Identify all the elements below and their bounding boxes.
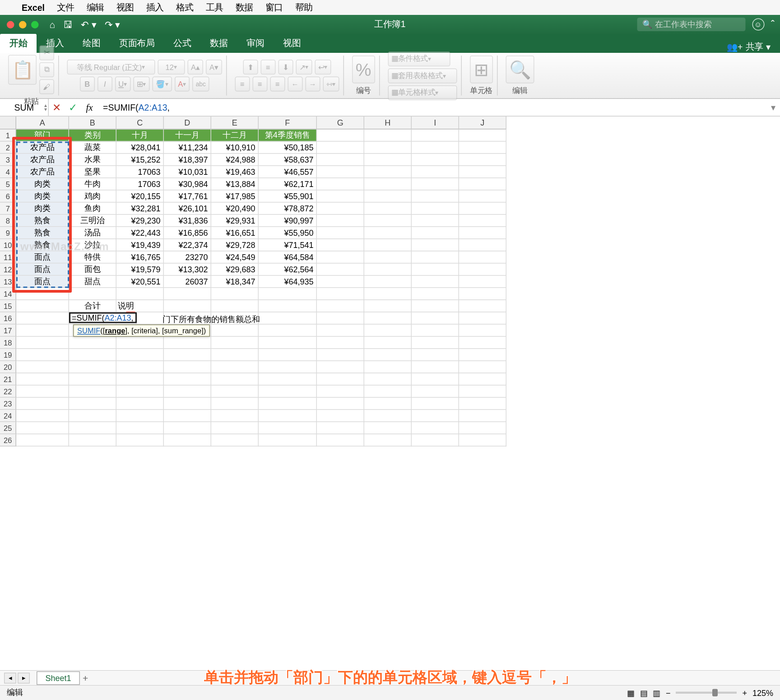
cell[interactable] bbox=[211, 386, 259, 398]
cell[interactable] bbox=[259, 325, 317, 337]
row-header[interactable]: 26 bbox=[0, 434, 16, 447]
cell[interactable] bbox=[164, 434, 211, 447]
cell[interactable] bbox=[317, 337, 364, 349]
cell[interactable] bbox=[259, 373, 317, 386]
col-header[interactable]: F bbox=[259, 117, 317, 130]
cell[interactable]: ¥62,564 bbox=[259, 264, 317, 276]
row-header[interactable]: 17 bbox=[0, 325, 16, 337]
col-header[interactable]: G bbox=[317, 117, 364, 130]
cell[interactable] bbox=[459, 398, 506, 410]
col-header[interactable]: D bbox=[164, 117, 211, 130]
cell[interactable]: ¥15,252 bbox=[116, 154, 164, 166]
cell[interactable] bbox=[317, 398, 364, 410]
cell[interactable] bbox=[412, 313, 459, 325]
view-normal-icon[interactable]: ▦ bbox=[627, 688, 635, 697]
cell[interactable] bbox=[364, 252, 412, 264]
cell[interactable] bbox=[211, 300, 259, 313]
cell[interactable] bbox=[259, 337, 317, 349]
cell[interactable] bbox=[364, 422, 412, 434]
cell[interactable] bbox=[69, 349, 116, 361]
cell[interactable]: 面点 bbox=[16, 264, 69, 276]
save-icon[interactable]: 🖫 bbox=[63, 19, 73, 30]
cell[interactable] bbox=[364, 300, 412, 313]
cell[interactable] bbox=[459, 203, 506, 215]
cell[interactable] bbox=[317, 264, 364, 276]
cell[interactable] bbox=[412, 178, 459, 191]
cell[interactable] bbox=[317, 313, 364, 325]
cell[interactable] bbox=[364, 361, 412, 373]
cell[interactable] bbox=[164, 373, 211, 386]
cell[interactable] bbox=[459, 349, 506, 361]
cell[interactable]: 26037 bbox=[164, 276, 211, 288]
cell[interactable] bbox=[412, 288, 459, 300]
cell[interactable]: ¥55,950 bbox=[259, 227, 317, 239]
cell[interactable]: 坚果 bbox=[69, 166, 116, 178]
cell[interactable] bbox=[459, 313, 506, 325]
cell[interactable] bbox=[459, 276, 506, 288]
row-header[interactable]: 4 bbox=[0, 166, 16, 178]
cell[interactable]: ¥16,765 bbox=[116, 252, 164, 264]
menu-format[interactable]: 格式 bbox=[176, 1, 194, 14]
cell[interactable] bbox=[459, 373, 506, 386]
cell[interactable]: 部门 bbox=[16, 130, 69, 142]
cell[interactable] bbox=[69, 386, 116, 398]
menu-window[interactable]: 窗口 bbox=[265, 1, 283, 14]
row-header[interactable]: 12 bbox=[0, 264, 16, 276]
fill-color-button[interactable]: 🪣 bbox=[152, 77, 172, 92]
cell[interactable] bbox=[259, 398, 317, 410]
cell[interactable]: 特供 bbox=[69, 252, 116, 264]
cell[interactable] bbox=[259, 386, 317, 398]
cell[interactable] bbox=[459, 422, 506, 434]
cell[interactable] bbox=[116, 349, 164, 361]
cell[interactable] bbox=[459, 252, 506, 264]
cell[interactable] bbox=[459, 215, 506, 227]
cell[interactable] bbox=[364, 215, 412, 227]
align-left-button[interactable]: ≡ bbox=[235, 77, 250, 92]
bold-button[interactable]: B bbox=[80, 77, 95, 92]
cell[interactable] bbox=[364, 166, 412, 178]
tab-view[interactable]: 视图 bbox=[274, 34, 310, 53]
cell[interactable] bbox=[211, 422, 259, 434]
ribbon-toggle-icon[interactable]: ˆ bbox=[771, 19, 775, 31]
cell[interactable]: ¥62,171 bbox=[259, 178, 317, 191]
cell[interactable] bbox=[16, 325, 69, 337]
cell[interactable]: ¥29,230 bbox=[116, 215, 164, 227]
cell[interactable]: ¥10,910 bbox=[211, 142, 259, 154]
cell[interactable] bbox=[116, 337, 164, 349]
cell[interactable] bbox=[412, 264, 459, 276]
cell[interactable]: 17063 bbox=[116, 178, 164, 191]
cell[interactable] bbox=[459, 434, 506, 447]
cell[interactable] bbox=[412, 276, 459, 288]
cell[interactable] bbox=[412, 410, 459, 422]
row-header[interactable]: 6 bbox=[0, 191, 16, 203]
cell[interactable] bbox=[211, 288, 259, 300]
cell[interactable] bbox=[69, 288, 116, 300]
cell[interactable] bbox=[412, 349, 459, 361]
cell[interactable]: 面点 bbox=[16, 276, 69, 288]
cell[interactable] bbox=[164, 337, 211, 349]
cell[interactable]: ¥17,985 bbox=[211, 191, 259, 203]
cell[interactable] bbox=[412, 434, 459, 447]
cell[interactable] bbox=[364, 337, 412, 349]
cell[interactable] bbox=[364, 410, 412, 422]
indent-increase-button[interactable]: → bbox=[305, 77, 320, 92]
cell[interactable] bbox=[259, 349, 317, 361]
cell[interactable]: ¥20,155 bbox=[116, 191, 164, 203]
cell[interactable] bbox=[412, 154, 459, 166]
cell[interactable] bbox=[459, 410, 506, 422]
cell[interactable] bbox=[364, 288, 412, 300]
cell[interactable] bbox=[459, 154, 506, 166]
cell[interactable]: ¥55,901 bbox=[259, 191, 317, 203]
tab-data[interactable]: 数据 bbox=[200, 34, 237, 53]
cell[interactable] bbox=[364, 142, 412, 154]
cell[interactable] bbox=[16, 373, 69, 386]
cell[interactable] bbox=[259, 410, 317, 422]
col-header[interactable]: A bbox=[16, 117, 69, 130]
cell[interactable] bbox=[16, 386, 69, 398]
row-header[interactable]: 18 bbox=[0, 337, 16, 349]
cell[interactable]: ¥18,347 bbox=[211, 276, 259, 288]
cell[interactable]: ¥28,041 bbox=[116, 142, 164, 154]
home-icon[interactable]: ⌂ bbox=[50, 19, 56, 30]
close-button[interactable] bbox=[7, 21, 14, 28]
cell[interactable] bbox=[317, 434, 364, 447]
